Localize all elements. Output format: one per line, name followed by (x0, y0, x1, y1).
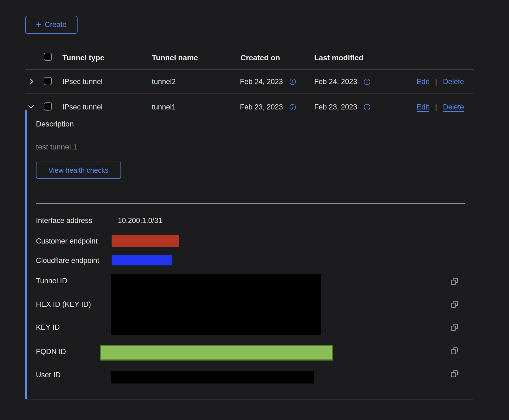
row-divider (25, 93, 473, 94)
view-health-checks-label: View health checks (48, 166, 108, 175)
tunnel-name-cell: tunnel2 (152, 78, 176, 86)
description-label: Description (36, 120, 74, 128)
header-divider (25, 69, 473, 70)
copy-icon (450, 300, 459, 308)
create-button-label: Create (45, 21, 66, 29)
copy-icon (450, 347, 459, 355)
collapse-row-button[interactable] (27, 103, 35, 111)
interface-address-value: 10.200.1.0/31 (118, 216, 162, 225)
tunnel-id-label: Tunnel ID (36, 277, 67, 285)
user-id-redaction (111, 371, 314, 384)
plus-icon: + (36, 20, 42, 29)
copy-icon (450, 323, 459, 331)
delete-link[interactable]: Delete (443, 103, 464, 111)
created-date: Feb 23, 2023 (240, 103, 283, 111)
chevron-down-icon (27, 103, 35, 111)
expand-row-button[interactable] (28, 78, 36, 85)
info-icon[interactable] (289, 104, 296, 111)
tunnel-type-cell: IPsec tunnel (62, 103, 103, 111)
modified-date: Feb 23, 2023 (314, 103, 357, 111)
view-health-checks-button[interactable]: View health checks (36, 162, 121, 179)
cloudflare-endpoint-label: Cloudflare endpoint (36, 256, 99, 265)
row-checkbox[interactable] (44, 77, 52, 85)
row-actions: Edit | Delete (417, 78, 464, 86)
last-modified-cell: Feb 24, 2023 (314, 78, 370, 86)
copy-icon (450, 277, 459, 285)
action-separator: | (435, 103, 437, 111)
copy-user-id-button[interactable] (450, 370, 459, 378)
interface-address-label: Interface address (36, 216, 92, 225)
tunnels-page: + Create Tunnel type Tunnel name Created… (0, 0, 509, 420)
select-all-checkbox[interactable] (44, 53, 52, 61)
create-button[interactable]: + Create (25, 16, 78, 34)
fqdn-id-redaction (100, 345, 333, 361)
description-value: test tunnel 1 (36, 143, 77, 151)
modified-date: Feb 24, 2023 (314, 78, 357, 86)
fqdn-id-label: FQDN ID (36, 348, 66, 356)
action-separator: | (435, 78, 437, 86)
last-modified-cell: Feb 23, 2023 (314, 103, 370, 111)
ids-redaction (111, 274, 321, 335)
edit-link[interactable]: Edit (417, 78, 429, 86)
customer-endpoint-redaction (112, 235, 179, 247)
row-actions: Edit | Delete (417, 103, 464, 111)
copy-hex-id-button[interactable] (450, 300, 459, 308)
copy-icon (450, 370, 459, 378)
key-id-label: KEY ID (36, 323, 60, 332)
created-on-cell: Feb 24, 2023 (240, 78, 296, 86)
header-created-on: Created on (240, 54, 280, 62)
tunnel-name-cell: tunnel1 (152, 103, 176, 111)
expanded-row-bottom-divider (25, 399, 473, 399)
row-checkbox[interactable] (44, 102, 52, 111)
expanded-row-accent-bar (25, 110, 27, 399)
delete-link[interactable]: Delete (443, 78, 464, 86)
info-icon[interactable] (364, 78, 370, 85)
info-icon[interactable] (364, 104, 370, 111)
copy-fqdn-id-button[interactable] (450, 347, 459, 355)
copy-tunnel-id-button[interactable] (450, 277, 459, 285)
chevron-right-icon (28, 78, 36, 85)
hex-id-label: HEX ID (KEY ID) (36, 300, 91, 309)
info-icon[interactable] (289, 78, 296, 85)
created-date: Feb 24, 2023 (240, 78, 283, 86)
customer-endpoint-label: Customer endpoint (36, 237, 98, 245)
user-id-label: User ID (36, 371, 61, 379)
header-last-modified: Last modified (314, 54, 363, 62)
edit-link[interactable]: Edit (417, 103, 429, 111)
section-divider (36, 203, 465, 204)
header-tunnel-type: Tunnel type (62, 54, 104, 62)
header-tunnel-name: Tunnel name (152, 54, 198, 62)
cloudflare-endpoint-redaction (112, 255, 172, 265)
created-on-cell: Feb 23, 2023 (240, 103, 296, 111)
copy-key-id-button[interactable] (450, 323, 459, 331)
tunnel-type-cell: IPsec tunnel (62, 78, 103, 86)
